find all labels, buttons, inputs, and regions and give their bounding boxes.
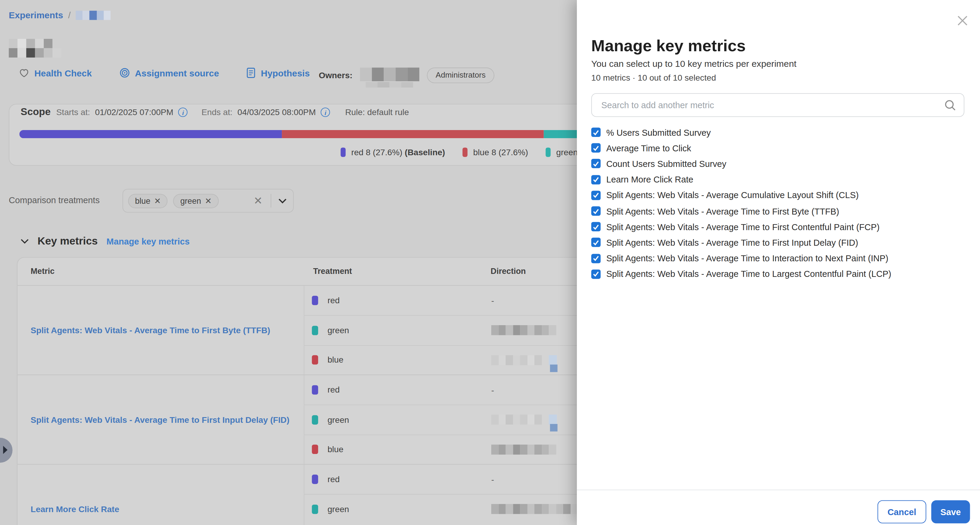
rule-value: default rule <box>367 108 409 117</box>
treatment-swatch-red <box>312 475 318 484</box>
target-icon <box>119 67 130 78</box>
metric-cell: Split Agents: Web Vitals - Average Time … <box>30 375 299 464</box>
hypothesis-link[interactable]: Hypothesis <box>247 67 310 78</box>
legend-item-blue: blue 8 (27.6%) <box>463 147 528 157</box>
treatment-swatch-green <box>312 326 318 335</box>
legend-swatch-green <box>546 147 551 157</box>
metric-checkbox-item[interactable]: Split Agents: Web Vitals - Average Time … <box>591 266 966 282</box>
direction-value: - <box>491 475 494 484</box>
starts-at-label: Starts at: <box>56 108 90 117</box>
app-window: Experiments / Health Check Assignment so… <box>0 0 980 525</box>
metric-checkbox-label: Average Time to Click <box>606 143 691 153</box>
metric-checkbox-label: Split Agents: Web Vitals - Average Time … <box>606 222 880 231</box>
metric-link[interactable]: Split Agents: Web Vitals - Average Time … <box>30 415 290 424</box>
checkbox-checked-icon[interactable] <box>591 222 601 231</box>
comparison-treatments-select[interactable]: blue ✕ green ✕ ✕ <box>123 189 294 212</box>
col-treatment: Treatment <box>313 266 352 276</box>
chip-green-remove-icon[interactable]: ✕ <box>205 196 212 205</box>
cancel-button[interactable]: Cancel <box>878 500 926 523</box>
select-divider <box>271 194 271 207</box>
treatment-swatch-blue <box>312 445 318 454</box>
metric-checkbox-label: % Users Submitted Survey <box>606 128 711 137</box>
direction-value: - <box>491 296 494 305</box>
comparison-treatments-label: Comparison treatments <box>9 195 100 205</box>
assignment-source-label: Assignment source <box>135 68 219 78</box>
treatment-name: red <box>328 385 340 395</box>
save-button[interactable]: Save <box>931 500 970 523</box>
metric-checkbox-label: Split Agents: Web Vitals - Average Time … <box>606 269 891 279</box>
starts-at-value: 01/02/2025 07:00PM <box>95 108 173 117</box>
checkbox-checked-icon[interactable] <box>591 238 601 247</box>
chevron-down-icon[interactable] <box>278 198 287 203</box>
redacted-direction-value <box>491 444 556 454</box>
metric-checkbox-list: % Users Submitted SurveyAverage Time to … <box>591 124 966 282</box>
metric-checkbox-item[interactable]: Count Users Submitted Survey <box>591 156 966 172</box>
starts-info-icon[interactable]: i <box>178 108 188 117</box>
breadcrumb-separator: / <box>68 10 71 20</box>
checkbox-checked-icon[interactable] <box>591 206 601 216</box>
checkbox-checked-icon[interactable] <box>591 128 601 137</box>
owners-row: Owners: Administrators <box>319 67 494 88</box>
metric-link[interactable]: Split Agents: Web Vitals - Average Time … <box>30 326 270 335</box>
metric-checkbox-item[interactable]: Split Agents: Web Vitals - Average Time … <box>591 203 966 219</box>
redacted-owner-name-2 <box>366 82 413 88</box>
experiment-meta-links: Health Check Assignment source Hypothesi… <box>19 67 310 78</box>
clear-selection-icon[interactable]: ✕ <box>251 194 265 207</box>
chip-blue[interactable]: blue ✕ <box>128 193 168 208</box>
hypothesis-label: Hypothesis <box>261 68 310 78</box>
ends-info-icon[interactable]: i <box>321 108 330 117</box>
redacted-page-title <box>9 39 61 57</box>
checkbox-checked-icon[interactable] <box>591 254 601 263</box>
manage-key-metrics-link[interactable]: Manage key metrics <box>107 236 190 246</box>
panel-subtitle: You can select up to 10 key metrics per … <box>591 59 796 69</box>
ends-at-value: 04/03/2025 08:00PM <box>237 108 316 117</box>
col-direction: Direction <box>491 266 526 276</box>
metric-checkbox-item[interactable]: Learn More Click Rate <box>591 172 966 188</box>
panel-title: Manage key metrics <box>591 36 746 56</box>
assignment-source-link[interactable]: Assignment source <box>119 67 219 78</box>
treatment-name: green <box>328 326 349 335</box>
checkbox-checked-icon[interactable] <box>591 270 601 279</box>
metric-checkbox-item[interactable]: % Users Submitted Survey <box>591 124 966 140</box>
metric-checkbox-item[interactable]: Average Time to Click <box>591 140 966 156</box>
close-icon[interactable] <box>957 15 968 26</box>
metric-checkbox-item[interactable]: Split Agents: Web Vitals - Average Time … <box>591 235 966 251</box>
search-icon[interactable] <box>944 99 956 111</box>
administrators-badge: Administrators <box>427 67 494 83</box>
key-metrics-title: Key metrics <box>37 235 98 248</box>
metric-cell: Learn More Click Rate <box>30 464 299 525</box>
health-check-link[interactable]: Health Check <box>19 68 92 78</box>
checkbox-checked-icon[interactable] <box>591 191 601 200</box>
legend-item-red: red 8 (27.6%) (Baseline) <box>340 147 445 157</box>
metric-link[interactable]: Learn More Click Rate <box>30 504 119 514</box>
distribution-legend: red 8 (27.6%) (Baseline) blue 8 (27.6%) … <box>340 147 617 157</box>
treatment-swatch-blue <box>312 356 318 365</box>
metric-search-box <box>591 93 964 117</box>
metrics-count-text: 10 metrics · 10 out of 10 selected <box>591 73 716 82</box>
metric-checkbox-label: Count Users Submitted Survey <box>606 159 726 169</box>
ends-at-label: Ends at: <box>202 108 232 117</box>
treatment-name: blue <box>328 445 343 454</box>
document-icon <box>247 67 256 78</box>
treatment-name: red <box>328 296 340 305</box>
checkbox-checked-icon[interactable] <box>591 175 601 184</box>
treatment-name: red <box>328 475 340 484</box>
chip-blue-remove-icon[interactable]: ✕ <box>154 196 161 205</box>
metric-checkbox-item[interactable]: Split Agents: Web Vitals - Average Time … <box>591 219 966 235</box>
collapse-chevron-icon[interactable] <box>21 239 29 244</box>
bar-segment-blue <box>282 130 544 138</box>
chip-green[interactable]: green ✕ <box>173 193 219 208</box>
chip-green-label: green <box>180 196 201 205</box>
metric-checkbox-item[interactable]: Split Agents: Web Vitals - Average Time … <box>591 251 966 266</box>
breadcrumb-experiments-link[interactable]: Experiments <box>9 10 63 20</box>
checkbox-checked-icon[interactable] <box>591 143 601 153</box>
metric-checkbox-item[interactable]: Split Agents: Web Vitals - Average Cumul… <box>591 187 966 203</box>
metric-search-input[interactable] <box>600 99 938 111</box>
redacted-direction-value <box>491 415 557 425</box>
direction-value: - <box>491 385 494 395</box>
treatment-swatch-green <box>312 415 318 424</box>
sidebar-expander-button[interactable] <box>0 438 13 463</box>
legend-swatch-red <box>340 147 346 157</box>
chevron-right-icon <box>2 445 8 455</box>
checkbox-checked-icon[interactable] <box>591 159 601 168</box>
